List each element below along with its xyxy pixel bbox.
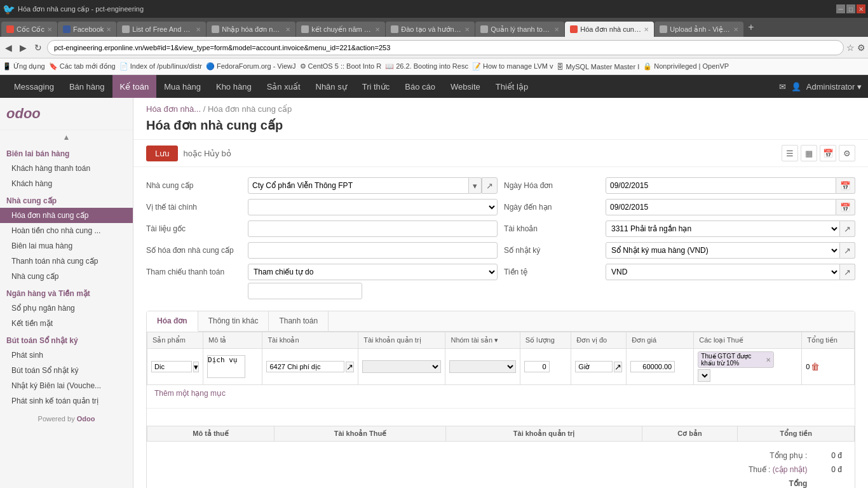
list-view-button[interactable]: ☰ xyxy=(782,145,798,161)
tab-nhap-hoa-don[interactable]: Nhập hóa đơn nhà... ✕ xyxy=(207,22,295,37)
bookmark-nonpriv[interactable]: 🔒 Nonprivileged | OpenVP xyxy=(643,62,729,71)
tab-thanh-toan[interactable]: Thanh toán xyxy=(269,311,329,331)
settings-view-button[interactable]: ⚙ xyxy=(839,145,855,161)
tab-close-icon[interactable]: ✕ xyxy=(554,26,559,33)
sidebar-item-nha-cung-cap[interactable]: Nhà cung cấp xyxy=(0,269,133,284)
bookmark-ung-dung[interactable]: 📱 Ứng dụng xyxy=(3,62,45,71)
settings-icon[interactable]: ⚙ xyxy=(857,43,865,53)
sidebar-item-nhat-ky[interactable]: Nhật ký Biên lai (Vouche... xyxy=(0,378,133,393)
so-nhat-ky-select[interactable]: Sổ Nhật ký mua hàng (VND) xyxy=(606,242,840,259)
tab-close-icon[interactable]: ✕ xyxy=(644,26,649,33)
bookmark-tab-moi[interactable]: 🔖 Các tab mới đồng xyxy=(49,62,116,71)
tab-upload[interactable]: Upload ảnh - Việt C... ✕ xyxy=(654,22,743,37)
nha-cung-cap-dropdown[interactable]: ▾ xyxy=(469,177,482,194)
don-gia-input[interactable] xyxy=(630,361,675,372)
tab-close-icon[interactable]: ✕ xyxy=(196,26,201,33)
san-pham-dropdown[interactable]: ▾ xyxy=(193,362,199,372)
sidebar-item-phat-sinh-kt[interactable]: Phát sinh kế toán quản trị xyxy=(0,393,133,409)
ngay-hoa-don-calendar[interactable]: 📅 xyxy=(836,177,855,194)
sidebar-item-but-toan[interactable]: Bút toán Sổ nhật ký xyxy=(0,363,133,378)
sidebar-item-phat-sinh[interactable]: Phát sinh xyxy=(0,348,133,363)
tai-khoan-row-input[interactable] xyxy=(266,361,344,372)
add-line-button[interactable]: Thêm một hạng mục xyxy=(147,385,233,402)
nav-san-xuat[interactable]: Sản xuất xyxy=(259,75,308,98)
tab-close-icon[interactable]: ✕ xyxy=(733,26,738,33)
delete-row-button[interactable]: 🗑 xyxy=(811,362,820,372)
tai-khoan-select[interactable]: 3311 Phải trả ngắn hạn xyxy=(606,220,840,237)
admin-label[interactable]: Administrator ▾ xyxy=(806,82,862,92)
tham-chieu-text-input[interactable] xyxy=(248,283,362,299)
san-pham-input[interactable] xyxy=(151,361,192,372)
maximize-button[interactable]: □ xyxy=(846,4,855,13)
sidebar-item-khach-hang[interactable]: Khách hàng xyxy=(0,176,133,191)
tab-close-icon[interactable]: ✕ xyxy=(47,26,52,33)
don-vi-do-input[interactable] xyxy=(575,361,613,372)
sidebar-item-khach-hang-tt[interactable]: Khách hàng thanh toán xyxy=(0,161,133,176)
tab-hoa-don-active[interactable]: Hóa đơn nhà cung... ✕ xyxy=(565,22,654,37)
nav-tri-thuc[interactable]: Tri thức xyxy=(355,75,398,98)
bookmark-fedora[interactable]: 🔵 FedoraForum.org - ViewJ xyxy=(206,62,296,71)
nha-cung-cap-external-link[interactable]: ↗ xyxy=(482,177,498,194)
nav-website[interactable]: Website xyxy=(443,75,488,98)
nha-cung-cap-input[interactable] xyxy=(248,177,469,194)
thue-select[interactable] xyxy=(698,369,710,382)
bookmark-how-to[interactable]: 📝 How to manage LVM v xyxy=(472,62,553,71)
nav-messaging[interactable]: Messaging xyxy=(6,75,62,98)
nav-ban-hang[interactable]: Bán hàng xyxy=(62,75,112,98)
nav-nhan-su[interactable]: Nhân sự xyxy=(308,75,355,98)
tab-ket-chuyen[interactable]: kết chuyển năm tài... ✕ xyxy=(296,22,385,37)
so-luong-input[interactable] xyxy=(524,361,550,372)
nav-ke-toan[interactable]: Kế toán xyxy=(112,75,157,98)
bookmark-centos[interactable]: ⚙ CentOS 5 :: Boot Into R xyxy=(300,62,382,71)
thue-update-link[interactable]: (cập nhật) xyxy=(773,465,808,474)
forward-button[interactable]: ▶ xyxy=(17,41,29,54)
user-icon[interactable]: 👤 xyxy=(791,82,801,92)
sidebar-item-ket-tien-mat[interactable]: Kết tiền mặt xyxy=(0,316,133,331)
new-tab-button[interactable]: + xyxy=(744,22,757,33)
tab-close-icon[interactable]: ✕ xyxy=(106,26,111,33)
sidebar-item-hoan-tien[interactable]: Hoàn tiền cho nhà cung ... xyxy=(0,223,133,238)
tien-te-external-link[interactable]: ↗ xyxy=(840,264,855,280)
sidebar-scroll-up[interactable]: ▲ xyxy=(0,130,133,144)
tab-coccoc[interactable]: Cốc Cốc ✕ xyxy=(1,22,57,37)
nhom-tai-san-select[interactable] xyxy=(449,360,515,373)
bookmark-mysql[interactable]: 🗄 MySQL Master Master I xyxy=(557,63,639,71)
bookmark-icon[interactable]: ☆ xyxy=(846,43,855,53)
close-button[interactable]: ✕ xyxy=(857,4,865,13)
minimize-button[interactable]: ─ xyxy=(836,4,845,13)
tab-quan-ly[interactable]: Quản lý thanh toán... ✕ xyxy=(475,22,564,37)
tai-khoan-external-link[interactable]: ↗ xyxy=(840,220,855,237)
tab-dao-tao[interactable]: Đào tạo và hướng... ✕ xyxy=(386,22,475,37)
nav-bao-cao[interactable]: Báo cáo xyxy=(397,75,443,98)
save-button[interactable]: Lưu xyxy=(146,146,178,161)
sidebar-item-bien-lai-mua[interactable]: Biên lai mua hàng xyxy=(0,238,133,254)
tab-list-free[interactable]: List of Free And D... ✕ xyxy=(117,22,206,37)
tab-facebook[interactable]: Facebook ✕ xyxy=(58,22,116,37)
nav-kho-hang[interactable]: Kho hàng xyxy=(208,75,259,98)
mo-ta-textarea[interactable]: Dịch vụ xyxy=(207,355,245,378)
tien-te-select[interactable]: VND xyxy=(606,264,840,280)
address-bar[interactable] xyxy=(47,40,844,55)
tab-hoa-don[interactable]: Hóa đơn xyxy=(147,311,198,332)
cancel-button[interactable]: hoặc Hủy bỏ xyxy=(183,149,231,158)
ngay-den-han-calendar[interactable]: 📅 xyxy=(836,199,855,215)
tab-close-icon[interactable]: ✕ xyxy=(465,26,470,33)
calendar-view-button[interactable]: 📅 xyxy=(820,145,836,161)
sidebar-item-so-phu[interactable]: Sổ phụ ngân hàng xyxy=(0,301,133,316)
tai-khoan-row-ext[interactable]: ↗ xyxy=(346,362,354,372)
bookmark-index[interactable]: 📄 Index of /pub/linux/distr xyxy=(119,62,202,71)
so-hoa-don-input[interactable] xyxy=(248,242,498,259)
sidebar-item-hoa-don-ncc[interactable]: Hóa đơn nhà cung cấp xyxy=(0,208,133,223)
ngay-hoa-don-input[interactable] xyxy=(606,177,836,194)
tab-thong-tin-khac[interactable]: Thông tin khác xyxy=(198,311,269,331)
breadcrumb-link[interactable]: Hóa đơn nhà... xyxy=(146,104,201,114)
tab-close-icon[interactable]: ✕ xyxy=(375,26,380,33)
sidebar-item-thanh-toan-ncc[interactable]: Thanh toán nhà cung cấp xyxy=(0,254,133,269)
don-vi-do-ext[interactable]: ↗ xyxy=(614,362,622,372)
tai-khoan-qt-select[interactable] xyxy=(362,360,441,373)
tham-chieu-select[interactable]: Tham chiếu tự do xyxy=(248,264,498,280)
bookmark-booting[interactable]: 📖 26.2. Booting into Resc xyxy=(385,62,468,71)
nav-mua-hang[interactable]: Mua hàng xyxy=(156,75,208,98)
vi-the-select[interactable] xyxy=(248,199,498,215)
so-nhat-ky-external-link[interactable]: ↗ xyxy=(840,242,855,259)
